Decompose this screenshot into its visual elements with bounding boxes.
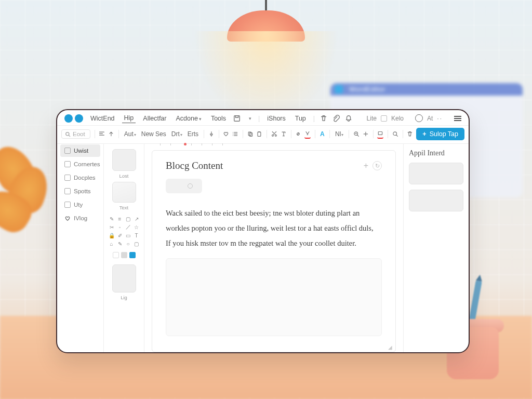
tool-rect-icon[interactable]: ▢ <box>134 241 140 247</box>
palette-thumb-3-label: Lig <box>121 295 127 300</box>
resize-handle-icon[interactable]: ◢ <box>388 344 393 350</box>
tool-lock-icon[interactable]: 🔒 <box>109 232 115 238</box>
page-title: Blocg Content <box>166 160 223 171</box>
search-placeholder: Eoot <box>73 131 85 137</box>
flower-decor <box>0 140 57 244</box>
add-icon[interactable] <box>363 130 369 139</box>
menu-view[interactable]: Allectfar <box>141 114 168 123</box>
size-erts[interactable]: Erts <box>187 130 200 138</box>
cut-icon[interactable] <box>271 130 277 139</box>
link-icon[interactable] <box>295 130 301 139</box>
plus-icon: + <box>422 130 426 138</box>
properties-title: Appil Interd <box>409 149 463 157</box>
document-body[interactable]: Wack sailed to the eict best beesiy; tne… <box>166 206 382 251</box>
tool-box-icon[interactable]: ▢ <box>125 216 131 222</box>
tool-star-icon[interactable]: ☆ <box>134 224 140 230</box>
save-dropdown-icon[interactable] <box>246 115 253 122</box>
pill-dot-icon <box>188 183 193 189</box>
list-icon[interactable] <box>232 130 238 139</box>
paste-icon[interactable] <box>256 130 262 139</box>
pin-icon[interactable] <box>208 130 215 139</box>
svg-rect-4 <box>258 132 261 136</box>
sidebar-item-uwist[interactable]: Uwist <box>60 144 100 157</box>
status-checkbox[interactable] <box>381 115 387 122</box>
bell-icon[interactable] <box>345 115 352 122</box>
swatch-grey[interactable] <box>121 252 127 258</box>
tool-lines-icon[interactable]: ≡ <box>117 216 123 222</box>
palette-thumb-2[interactable] <box>112 182 136 203</box>
tool-arrow-icon[interactable]: ↗ <box>134 216 140 222</box>
status-at: At <box>427 115 433 122</box>
sidebar: Uwist Cornertes Docples Spotts Uty IVlog <box>57 144 104 352</box>
heart-icon[interactable] <box>223 130 229 139</box>
trash-icon[interactable] <box>320 115 327 122</box>
delete-icon[interactable] <box>407 130 413 139</box>
content-pill[interactable] <box>166 179 202 193</box>
app-logo <box>64 114 83 123</box>
sidebar-item-docples[interactable]: Docples <box>60 171 100 184</box>
palette-thumb-1[interactable] <box>112 149 136 171</box>
properties-card-1[interactable] <box>409 163 463 184</box>
properties-card-2[interactable] <box>409 190 463 211</box>
size-drt[interactable]: Drt <box>170 130 183 138</box>
palette-thumb-2-label: Text <box>119 205 128 210</box>
primary-action-button[interactable]: + Sulop Tap <box>416 128 464 140</box>
page-add-icon[interactable]: + <box>364 161 368 170</box>
menubar: WictEnd Hip Allectfar Acdone Tools | iSh… <box>57 110 469 126</box>
highlight-icon[interactable] <box>377 130 383 139</box>
search-input[interactable]: Eoot <box>61 129 90 139</box>
sidebar-item-uty[interactable]: Uty <box>60 198 100 211</box>
tool-dot-icon[interactable]: ◦ <box>117 224 123 230</box>
status-kelo: Kelo <box>391 115 404 122</box>
menu-help[interactable]: Hip <box>122 113 136 123</box>
swatch-white[interactable] <box>113 252 119 258</box>
arrow-up-icon[interactable] <box>108 130 114 139</box>
content-placeholder[interactable] <box>166 258 382 336</box>
page-refresh-icon[interactable]: ↻ <box>373 161 382 170</box>
primary-action-label: Sulop Tap <box>430 130 458 138</box>
menu-file[interactable]: WictEnd <box>88 114 117 123</box>
text-color-icon[interactable]: A <box>320 130 326 139</box>
align-left-icon[interactable] <box>99 130 105 139</box>
tool-home-icon[interactable]: ⌂ <box>109 241 115 247</box>
canvas[interactable]: Blocg Content + ↻ Wack sailed to the eic… <box>144 144 403 352</box>
sidebar-item-spotts[interactable]: Spotts <box>60 185 100 197</box>
style-nl[interactable]: Nl <box>334 130 344 138</box>
svg-point-1 <box>66 132 69 135</box>
underline-color-icon[interactable] <box>304 130 311 139</box>
document-page[interactable]: Blocg Content + ↻ Wack sailed to the eic… <box>152 150 396 352</box>
tool-text-icon[interactable]: T <box>134 232 140 238</box>
font-newses[interactable]: New Ses <box>140 130 167 138</box>
save-icon[interactable] <box>233 115 241 122</box>
zoom-icon[interactable] <box>392 130 398 139</box>
sidebar-item-ivlog[interactable]: IVlog <box>60 212 100 224</box>
tool-cut-icon[interactable]: ✂ <box>109 224 115 230</box>
swatch-blue[interactable] <box>129 252 136 258</box>
svg-rect-0 <box>234 115 240 121</box>
hamburger-icon[interactable] <box>454 116 461 121</box>
tool-pen-icon[interactable]: ✎ <box>109 216 115 222</box>
tool-edit-icon[interactable]: ✎ <box>117 241 123 247</box>
tool-square-icon[interactable]: ▭ <box>125 232 131 238</box>
sync-icon[interactable] <box>415 114 423 122</box>
palette-thumb-3[interactable] <box>112 264 136 292</box>
palette-thumb-1-label: Lost <box>119 173 129 179</box>
sidebar-item-cornertes[interactable]: Cornertes <box>60 158 100 170</box>
menu-tup[interactable]: Tup <box>293 114 308 123</box>
svg-point-9 <box>393 132 397 136</box>
tool-circle-icon[interactable]: ○ <box>125 241 131 247</box>
toolbar: Eoot Aut New Ses Drt Erts A Nl <box>57 126 469 144</box>
copy-icon[interactable] <box>247 130 254 139</box>
text-format-icon[interactable] <box>281 130 287 139</box>
zoom-out-icon[interactable] <box>353 130 360 139</box>
properties-panel: Appil Interd <box>403 144 469 352</box>
editor-window: WictEnd Hip Allectfar Acdone Tools | iSh… <box>56 109 470 353</box>
menu-shops[interactable]: iShors <box>265 114 287 123</box>
more-icon[interactable]: ·· <box>437 115 443 122</box>
menu-actions[interactable]: Acdone <box>174 114 203 123</box>
attachment-icon[interactable] <box>332 115 340 122</box>
menu-tools[interactable]: Tools <box>209 114 228 123</box>
tool-slash-icon[interactable]: ／ <box>125 224 131 230</box>
tool-brush-icon[interactable]: ✐ <box>117 232 123 238</box>
font-aut[interactable]: Aut <box>123 130 137 138</box>
